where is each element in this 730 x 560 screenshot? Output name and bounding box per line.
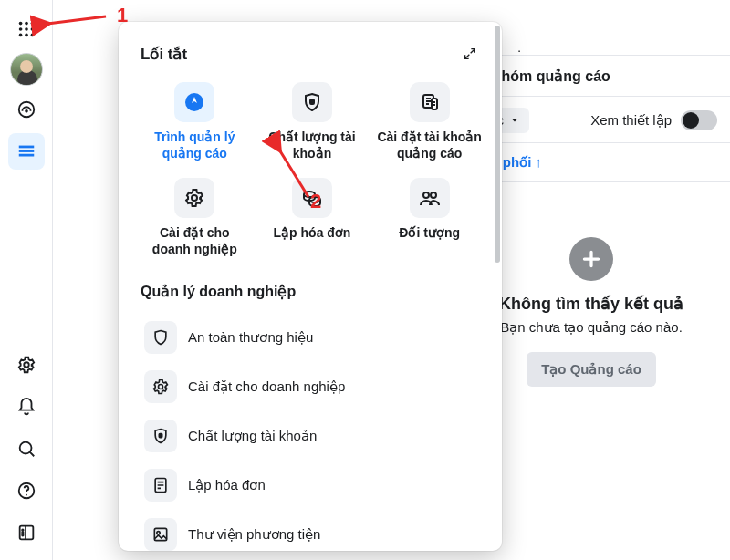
svg-point-6 — [18, 34, 22, 37]
compass-icon — [183, 91, 205, 113]
svg-point-15 — [19, 442, 31, 454]
svg-point-20 — [22, 530, 23, 531]
svg-point-38 — [423, 192, 429, 198]
svg-point-35 — [192, 195, 197, 201]
gear-icon — [151, 378, 170, 396]
gauge-icon — [16, 99, 36, 119]
shortcut-label: Trình quản lý quảng cáo — [141, 130, 249, 161]
create-ad-button[interactable]: Tạo Quảng cáo — [527, 352, 656, 387]
svg-point-4 — [25, 27, 28, 31]
panel-icon — [16, 523, 36, 543]
gear-icon — [16, 355, 36, 375]
svg-point-14 — [24, 362, 29, 368]
bell-icon — [16, 397, 36, 417]
shortcut-label: Chất lượng tài khoản — [258, 130, 367, 161]
list-brand-safety[interactable]: An toàn thương hiệu — [141, 313, 484, 362]
svg-point-39 — [431, 192, 436, 198]
svg-point-17 — [26, 494, 27, 496]
search-icon — [16, 439, 36, 459]
popover-section-title: Quản lý doanh nghiệp — [141, 283, 484, 300]
svg-rect-11 — [18, 146, 34, 149]
notifications-button[interactable] — [8, 389, 45, 425]
shield-tag-icon — [301, 91, 323, 113]
svg-rect-41 — [159, 434, 162, 438]
help-icon — [16, 481, 36, 501]
shortcut-ads-manager[interactable]: Trình quản lý quảng cáo — [141, 78, 249, 165]
shortcut-label: Lập hóa đơn — [274, 225, 351, 242]
svg-point-7 — [25, 34, 28, 37]
avatar[interactable] — [10, 53, 43, 86]
apps-grid-button[interactable] — [8, 11, 45, 47]
svg-rect-13 — [18, 154, 34, 157]
shortcut-ad-account-settings[interactable]: Cài đặt tài khoản quảng cáo — [375, 78, 484, 165]
gear-icon — [183, 187, 205, 209]
doc-list-icon — [419, 91, 441, 113]
plus-icon — [579, 247, 603, 271]
svg-point-22 — [22, 534, 23, 535]
panel-toggle-button[interactable] — [8, 514, 45, 551]
coins-icon — [301, 187, 323, 209]
caret-down-icon — [509, 115, 520, 126]
main-area: . Nhóm quảng cáo Khác Xem thiết lập Phân… — [53, 0, 730, 560]
svg-point-26 — [185, 93, 203, 111]
list-billing[interactable]: Lập hóa đơn — [141, 461, 484, 510]
shortcuts-grid: Trình quản lý quảng cáo Chất lượng tài k… — [141, 78, 484, 261]
empty-state-sub: Bạn chưa tạo quảng cáo nào. — [471, 319, 712, 336]
svg-point-0 — [18, 22, 22, 26]
shield-icon — [151, 328, 170, 347]
list-business-settings[interactable]: Cài đặt cho doanh nghiệp — [141, 362, 484, 411]
image-icon — [151, 525, 170, 544]
section-title: Nhóm quảng cáo — [491, 67, 610, 85]
list-media-library[interactable]: Thư viện phương tiện — [141, 510, 484, 551]
search-button[interactable] — [8, 430, 45, 467]
empty-state-plus — [569, 237, 613, 281]
svg-point-3 — [18, 27, 22, 31]
table-icon — [16, 141, 36, 161]
svg-rect-12 — [18, 150, 34, 152]
list-label: Chất lượng tài khoản — [188, 428, 317, 444]
left-sidebar — [0, 0, 53, 560]
invoice-icon — [151, 476, 170, 494]
stray-text: . — [517, 39, 521, 55]
table-button[interactable] — [8, 133, 45, 170]
list-label: Lập hóa đơn — [188, 477, 266, 493]
shortcut-business-settings[interactable]: Cài đặt cho doanh nghiệp — [141, 174, 249, 261]
shortcut-billing[interactable]: Lập hóa đơn — [258, 174, 367, 261]
settings-button[interactable] — [8, 347, 45, 383]
view-setup-label: Xem thiết lập — [590, 112, 672, 129]
gauge-button[interactable] — [8, 91, 45, 128]
shortcut-label: Cài đặt cho doanh nghiệp — [141, 225, 249, 257]
view-setup: Xem thiết lập — [590, 110, 717, 130]
svg-point-1 — [25, 22, 28, 26]
apps-grid-icon — [16, 19, 36, 39]
list-label: Cài đặt cho doanh nghiệp — [188, 379, 345, 395]
svg-point-47 — [157, 532, 160, 534]
help-button[interactable] — [8, 472, 45, 509]
svg-point-21 — [22, 532, 23, 533]
expand-button[interactable] — [456, 40, 484, 67]
svg-point-36 — [304, 192, 315, 197]
people-icon — [419, 187, 441, 209]
expand-icon — [463, 47, 477, 61]
svg-point-10 — [26, 110, 27, 112]
shortcuts-popover: Lối tắt Trình quản lý quảng cáo Chất lượ… — [119, 22, 502, 551]
view-setup-toggle[interactable] — [681, 110, 717, 130]
shortcut-audiences[interactable]: Đối tượng — [375, 174, 484, 261]
list-label: Thư viện phương tiện — [188, 526, 320, 543]
svg-point-8 — [30, 34, 34, 37]
shortcut-account-quality[interactable]: Chất lượng tài khoản — [258, 78, 367, 165]
empty-state-title: Không tìm thấy kết quả — [471, 294, 712, 314]
popover-title: Lối tắt — [141, 45, 187, 64]
shortcut-label: Cài đặt tài khoản quảng cáo — [375, 130, 484, 161]
svg-point-5 — [30, 27, 34, 31]
svg-rect-46 — [154, 528, 166, 540]
list-label: An toàn thương hiệu — [188, 329, 313, 346]
list-account-quality[interactable]: Chất lượng tài khoản — [141, 411, 484, 461]
svg-point-40 — [159, 385, 163, 389]
svg-point-2 — [30, 22, 34, 26]
shortcut-label: Đối tượng — [399, 225, 460, 242]
svg-rect-27 — [310, 99, 314, 104]
shield-tag-icon — [151, 427, 170, 445]
